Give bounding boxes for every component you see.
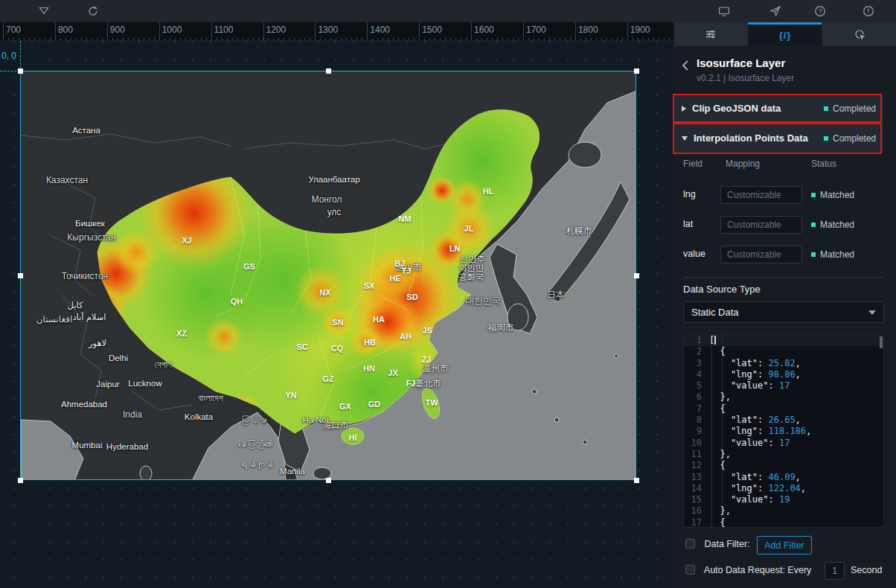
code-line: 14 "lng": 122.04, xyxy=(684,483,883,494)
auto-request-row: Auto Data Request: Every xyxy=(685,565,811,575)
code-line: 5 "value": 17 xyxy=(684,380,883,392)
section-status: Completed xyxy=(824,133,876,144)
ruler-label: 1800 xyxy=(578,25,598,35)
screen-icon[interactable] xyxy=(718,5,730,17)
field-status: Matched xyxy=(811,220,854,230)
heat-spot xyxy=(113,229,159,275)
editor-canvas[interactable]: 0, 0 xyxy=(0,41,673,588)
field-name: lat xyxy=(683,219,693,229)
code-line: 13 "lat": 46.09, xyxy=(684,472,883,483)
code-line: 11 }, xyxy=(684,449,883,460)
selection-handle-s[interactable] xyxy=(326,478,331,483)
add-filter-button[interactable]: Add Filter xyxy=(757,536,812,555)
field-status: Matched xyxy=(811,190,854,200)
code-line: 17 { xyxy=(684,517,883,528)
auto-request-interval-input[interactable] xyxy=(825,562,845,580)
selection-handle-nw[interactable] xyxy=(18,68,23,74)
tab-data[interactable]: {/} xyxy=(748,22,822,46)
panel-tabbar: {/} xyxy=(673,22,896,46)
ruler-label: 1400 xyxy=(370,25,390,35)
data-filter-checkbox[interactable] xyxy=(685,539,695,549)
section-label: Interpolation Points Data xyxy=(694,132,813,145)
code-line: 15 "value": 19 xyxy=(684,494,883,505)
filter-icon[interactable] xyxy=(38,5,50,17)
ruler-label: 1000 xyxy=(162,25,182,35)
chevron-down-icon xyxy=(682,136,688,141)
ruler-label: 1700 xyxy=(526,25,546,35)
selection-handle-e[interactable] xyxy=(634,273,639,278)
code-line: 10 "value": 17 xyxy=(684,438,883,449)
section-interpolation-points[interactable]: Interpolation Points DataCompleted xyxy=(674,124,883,153)
heat-spot xyxy=(427,176,457,205)
back-button[interactable] xyxy=(680,59,692,72)
status-dot xyxy=(811,193,816,197)
heat-spot xyxy=(349,325,382,358)
code-line: 16 }, xyxy=(684,505,883,517)
data-source-select[interactable]: Static Data xyxy=(683,301,884,323)
selection-handle-se[interactable] xyxy=(634,478,639,483)
auto-request-checkbox[interactable] xyxy=(685,565,695,575)
data-filter-label: Data Filter: xyxy=(704,539,749,549)
chevron-right-icon xyxy=(682,106,686,112)
col-mapping: Mapping xyxy=(726,159,760,169)
chevron-left-icon xyxy=(680,59,692,72)
field-row-lng: lngMatched xyxy=(683,186,884,204)
mapping-input-lng[interactable] xyxy=(720,186,802,204)
interaction-icon xyxy=(854,28,865,40)
alignment-guide-horizontal xyxy=(0,71,20,71)
origin-coordinates: 0, 0 xyxy=(1,51,16,61)
map-widget[interactable]: АстанаКазахстанБишкекКыргызстанТочикисто… xyxy=(20,71,636,480)
field-name: lng xyxy=(683,189,696,199)
code-line: 1[ xyxy=(684,335,883,346)
code-line: 9 "lng": 118.186, xyxy=(684,426,883,437)
code-line: 7 { xyxy=(684,403,883,415)
status-dot xyxy=(824,106,828,111)
ruler-label: 1600 xyxy=(474,25,494,35)
selection-handle-w[interactable] xyxy=(18,273,23,278)
data-source-type-label: Data Source Type xyxy=(683,284,761,295)
ruler-label: 1100 xyxy=(214,25,234,35)
sliders-icon xyxy=(705,28,717,40)
mapping-input-lat[interactable] xyxy=(720,216,802,234)
selection-handle-sw[interactable] xyxy=(18,478,23,483)
selection-handle-ne[interactable] xyxy=(634,68,639,74)
editor-scrollbar[interactable] xyxy=(880,336,883,348)
tab-interaction[interactable] xyxy=(822,22,896,46)
status-dot xyxy=(824,136,828,141)
refresh-icon[interactable] xyxy=(87,5,99,17)
data-source-value: Static Data xyxy=(691,307,739,318)
warning-icon[interactable] xyxy=(863,5,874,17)
panel-title: Isosurface Layer xyxy=(697,57,785,69)
code-line: 8 "lat": 26.65, xyxy=(684,415,883,426)
code-line: 3 "lat": 25.82, xyxy=(684,358,883,369)
divider xyxy=(683,277,884,278)
code-braces-icon: {/} xyxy=(779,30,792,41)
selection-handle-n[interactable] xyxy=(326,68,331,74)
heat-spot xyxy=(367,251,419,303)
mapping-input-value[interactable] xyxy=(720,246,802,263)
publish-icon[interactable] xyxy=(769,5,781,17)
tab-configuration[interactable] xyxy=(673,22,748,46)
status-dot xyxy=(811,223,816,227)
ruler-label: 1900 xyxy=(630,25,650,35)
alignment-guide-vertical xyxy=(20,41,21,71)
auto-request-label: Auto Data Request: Every xyxy=(704,565,812,575)
ruler-label: 1200 xyxy=(266,25,287,35)
heat-spot xyxy=(205,318,244,357)
ruler-label: 900 xyxy=(110,25,125,35)
canvas-ruler: 7008009001000110012001300140015001600170… xyxy=(0,22,673,41)
section-label: Clip GeoJSON data xyxy=(692,102,811,115)
section-status: Completed xyxy=(824,103,876,114)
panel-subtitle: v0.2.1 | Isosurface Layer xyxy=(697,73,794,83)
static-data-editor[interactable]: 1[2 {3 "lat": 25.82,4 "lng": 98.86,5 "va… xyxy=(683,334,884,528)
col-field: Field xyxy=(683,159,703,169)
config-panel: {/} Isosurface Layer v0.2.1 | Isosurface… xyxy=(673,22,896,588)
text-cursor xyxy=(714,336,716,345)
field-name: value xyxy=(683,249,705,259)
chevron-down-icon xyxy=(868,310,876,315)
ruler-label: 800 xyxy=(58,25,73,35)
help-icon[interactable]: ? xyxy=(814,5,826,17)
ruler-label: 700 xyxy=(6,25,21,35)
code-line: 12 { xyxy=(684,460,883,471)
section-clip-geojson[interactable]: Clip GeoJSON dataCompleted xyxy=(674,95,883,121)
